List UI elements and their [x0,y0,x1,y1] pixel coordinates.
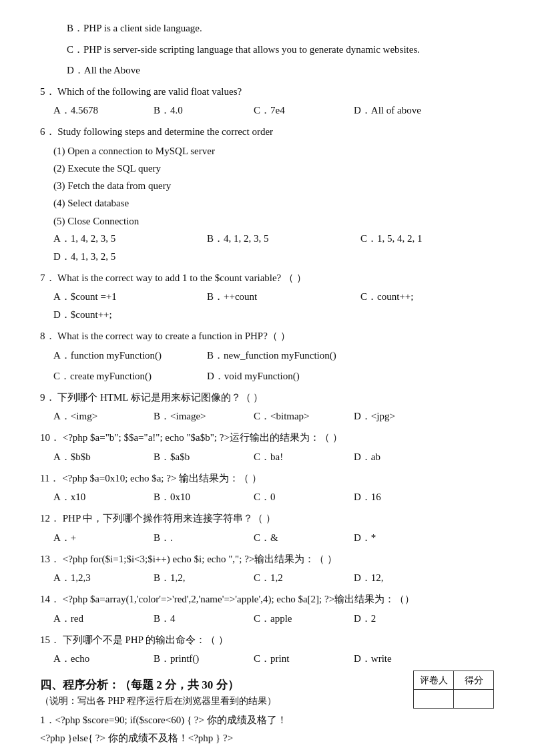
q6-text: 6． Study following steps and determine t… [40,124,494,141]
q15-options: A．echo B．printf() C．print D．write [53,650,494,668]
q6-options: A．1, 4, 2, 3, 5 B．4, 1, 2, 3, 5 C．1, 5, … [53,230,494,266]
section-4-container: 评卷人 得分 四、程序分析：（每题 2 分，共 30 分） （说明：写出各 PH… [40,677,494,747]
q9-opt-d: D．<jpg> [354,407,434,425]
prog-q1-line2: <?php }else{ ?> 你的成绩不及格！<?php } ?> [40,729,494,747]
q5-opt-d: D．All of above [354,102,434,120]
q5-opt-a: A．4.5678 [53,102,134,120]
option-d-prev: D．All the Above [40,62,494,79]
q12-opt-a: A．+ [53,529,134,547]
q14-text: 14． <?php $a=array(1,'color'=>'red',2,'n… [40,591,494,608]
q15-opt-c: C．print [254,650,334,668]
q9-opt-b: B．<image> [154,407,234,425]
grading-reviewer-value [414,690,454,709]
question-9: 9． 下列哪个 HTML 标记是用来标记图像的？（ ） A．<img> B．<i… [40,389,494,426]
q6-sub-5: (5) Close Connection [53,212,494,230]
q6-sub-4: (4) Select database [53,194,494,212]
q12-options: A．+ B．. C．& D．* [53,529,494,547]
option-b-text: B．PHP is a client side language. [67,20,494,37]
grading-label-score: 得分 [454,671,494,690]
grading-table: 评卷人 得分 [413,671,494,709]
q11-text: 11． <?php $a=0x10; echo $a; ?> 输出结果为：（ ） [40,470,494,488]
q13-opt-d: D．12, [354,569,434,587]
prog-q1: 1．<?php $score=90; if($score<60) { ?> 你的… [40,711,494,747]
q8-options: A．function myFunction() B．new_function m… [53,347,494,365]
q8-opt-a: A．function myFunction() [53,347,187,365]
question-11: 11． <?php $a=0x10; echo $a; ?> 输出结果为：（ ）… [40,470,494,507]
q12-opt-d: D．* [354,529,434,547]
q8-opt-c: C．create myFunction() [53,367,187,385]
q7-opt-d: D．$count++; [53,306,187,324]
q5-options: A．4.5678 B．4.0 C．7e4 D．All of above [53,102,494,120]
q10-options: A．$b$b B．$a$b C．ba! D．ab [53,448,494,466]
q7-opt-a: A．$count =+1 [53,288,187,306]
q12-opt-b: B．. [154,529,234,547]
q5-text: 5． Which of the following are valid floa… [40,83,494,101]
q10-opt-d: D．ab [354,448,434,466]
q8-options-row2: C．create myFunction() D．void myFunction(… [53,367,494,385]
q6-sub-2: (2) Execute the SQL query [53,160,494,177]
q9-options: A．<img> B．<image> C．<bitmap> D．<jpg> [53,407,494,425]
q11-options: A．x10 B．0x10 C．0 D．16 [53,488,494,506]
option-b-prev: B．PHP is a client side language. [40,20,494,37]
grading-label-reviewer: 评卷人 [414,671,454,690]
q7-opt-b: B．++count [207,288,340,306]
q10-opt-b: B．$a$b [154,448,234,466]
question-15: 15． 下列哪个不是 PHP 的输出命令：（ ） A．echo B．printf… [40,632,494,669]
q6-opt-c: C．1, 5, 4, 2, 1 [360,230,494,248]
q9-opt-c: C．<bitmap> [254,407,334,425]
q7-options: A．$count =+1 B．++count C．count++; D．$cou… [53,288,494,324]
q7-opt-c: C．count++; [360,288,494,306]
question-13: 13． <?php for($i=1;$i<3;$i++) echo $i; e… [40,551,494,588]
q15-opt-b: B．printf() [154,650,234,668]
q13-opt-a: A．1,2,3 [53,569,134,587]
question-12: 12． PHP 中，下列哪个操作符用来连接字符串？（ ） A．+ B．. C．&… [40,510,494,547]
q14-options: A．red B．4 C．apple D．2 [53,610,494,628]
q11-opt-a: A．x10 [53,488,134,506]
question-8: 8． What is the correct way to create a f… [40,328,494,385]
question-10: 10． <?php $a="b"; $$a="a!"; echo "$a$b";… [40,429,494,466]
q13-opt-b: B．1,2, [154,569,234,587]
q6-sub-3: (3) Fetch the data from query [53,177,494,194]
q10-opt-c: C．ba! [254,448,334,466]
option-c-text: C．PHP is server-side scripting language … [67,41,494,59]
q8-opt-b: B．new_function myFunction() [207,347,340,365]
q14-opt-b: B．4 [154,610,234,628]
question-14: 14． <?php $a=array(1,'color'=>'red',2,'n… [40,591,494,628]
q13-opt-c: C．1,2 [254,569,334,587]
q12-opt-c: C．& [254,529,334,547]
q12-text: 12． PHP 中，下列哪个操作符用来连接字符串？（ ） [40,510,494,528]
q5-opt-b: B．4.0 [154,102,234,120]
q14-opt-d: D．2 [354,610,434,628]
q8-text: 8． What is the correct way to create a f… [40,328,494,345]
question-5: 5． Which of the following are valid floa… [40,83,494,120]
q6-opt-d: D．4, 1, 3, 2, 5 [53,248,187,266]
prog-q1-line1: 1．<?php $score=90; if($score<60) { ?> 你的… [40,711,494,729]
q9-text: 9． 下列哪个 HTML 标记是用来标记图像的？（ ） [40,389,494,407]
q10-text: 10． <?php $a="b"; $$a="a!"; echo "$a$b";… [40,429,494,447]
q11-opt-c: C．0 [254,488,334,506]
q7-text: 7． What is the correct way to add 1 to t… [40,270,494,287]
option-d-text: D．All the Above [67,62,494,79]
q6-opt-a: A．1, 4, 2, 3, 5 [53,230,187,248]
q15-opt-d: D．write [354,650,434,668]
option-c-prev: C．PHP is server-side scripting language … [40,41,494,59]
q6-sub-1: (1) Open a connection to MySQL server [53,142,494,160]
q14-opt-c: C．apple [254,610,334,628]
q5-opt-c: C．7e4 [254,102,334,120]
question-6: 6． Study following steps and determine t… [40,124,494,266]
q14-opt-a: A．red [53,610,134,628]
q13-options: A．1,2,3 B．1,2, C．1,2 D．12, [53,569,494,587]
q13-text: 13． <?php for($i=1;$i<3;$i++) echo $i; e… [40,551,494,568]
q6-opt-b: B．4, 1, 2, 3, 5 [207,230,340,248]
q15-text: 15． 下列哪个不是 PHP 的输出命令：（ ） [40,632,494,649]
q15-opt-a: A．echo [53,650,134,668]
q10-opt-a: A．$b$b [53,448,134,466]
question-7: 7． What is the correct way to add 1 to t… [40,270,494,325]
q9-opt-a: A．<img> [53,407,134,425]
q11-opt-d: D．16 [354,488,434,506]
grading-score-value [454,690,494,709]
q11-opt-b: B．0x10 [154,488,234,506]
q8-opt-d: D．void myFunction() [207,367,340,385]
